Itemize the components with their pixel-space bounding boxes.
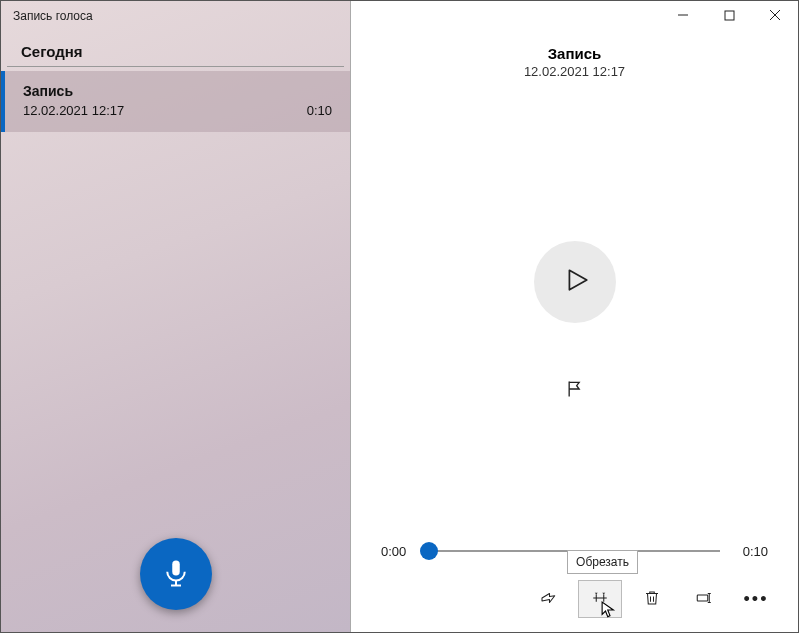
flag-button[interactable]: [557, 373, 593, 409]
play-button[interactable]: [534, 241, 616, 323]
minimize-icon: [677, 8, 689, 24]
app-window: Запись голоса Сегодня Запись 12.02.2021 …: [0, 0, 799, 633]
section-header: Сегодня: [7, 29, 344, 67]
trim-button[interactable]: [578, 580, 622, 618]
time-total: 0:10: [732, 544, 768, 559]
svg-marker-13: [602, 592, 605, 594]
play-icon: [560, 267, 590, 296]
flag-icon: [565, 379, 585, 402]
more-icon: •••: [744, 590, 769, 608]
main-panel: Запись 12.02.2021 12:17 0:00: [351, 1, 798, 632]
svg-rect-4: [725, 11, 734, 20]
rename-icon: [695, 589, 713, 610]
sidebar: Запись голоса Сегодня Запись 12.02.2021 …: [1, 1, 351, 632]
rename-button[interactable]: [682, 580, 726, 618]
share-icon: [539, 589, 557, 610]
play-area: [351, 119, 798, 530]
svg-marker-12: [595, 592, 598, 594]
microphone-icon: [161, 558, 191, 591]
maximize-icon: [724, 8, 735, 24]
more-button[interactable]: •••: [734, 580, 778, 618]
delete-button[interactable]: [630, 580, 674, 618]
recording-list-item[interactable]: Запись 12.02.2021 12:17 0:10: [1, 71, 350, 132]
detail-subtitle: 12.02.2021 12:17: [351, 64, 798, 79]
window-controls: [660, 1, 798, 31]
recording-duration: 0:10: [307, 103, 332, 118]
track-line: [429, 550, 720, 552]
share-button[interactable]: [526, 580, 570, 618]
close-button[interactable]: [752, 1, 798, 31]
maximize-button[interactable]: [706, 1, 752, 31]
trim-icon: [591, 589, 609, 610]
seek-thumb[interactable]: [420, 542, 438, 560]
timeline: 0:00 0:10: [351, 530, 798, 560]
minimize-button[interactable]: [660, 1, 706, 31]
app-title: Запись голоса: [1, 1, 350, 29]
detail-header: Запись 12.02.2021 12:17: [351, 45, 798, 79]
record-button[interactable]: [140, 538, 212, 610]
svg-marker-7: [569, 270, 586, 290]
trash-icon: [643, 589, 661, 610]
recording-name: Запись: [23, 83, 332, 99]
close-icon: [769, 8, 781, 24]
svg-rect-16: [697, 595, 708, 601]
detail-title: Запись: [351, 45, 798, 62]
toolbar: Обрезать: [351, 560, 798, 632]
seek-slider[interactable]: [429, 542, 720, 560]
svg-rect-0: [172, 560, 180, 575]
time-current: 0:00: [381, 544, 417, 559]
recording-date: 12.02.2021 12:17: [23, 103, 124, 118]
